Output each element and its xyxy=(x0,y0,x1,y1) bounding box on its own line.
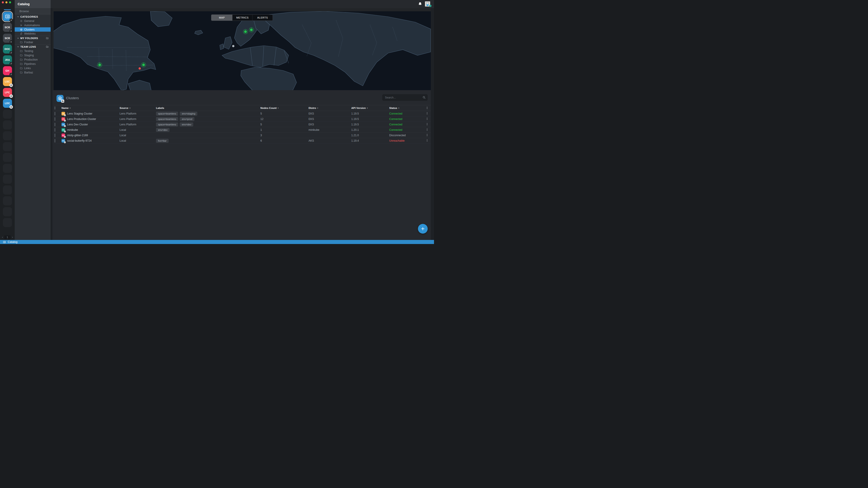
sidebar-item-barbaz[interactable]: Barbaz xyxy=(15,70,51,74)
map-marker-western-europe[interactable] xyxy=(232,45,235,47)
status-bar-label[interactable]: Catalog xyxy=(8,240,18,243)
sidebar-item-pipelines[interactable]: Pipelines xyxy=(15,62,51,66)
row-menu-icon[interactable] xyxy=(423,112,431,116)
maximize-window-button[interactable] xyxy=(9,1,11,3)
table-row[interactable]: LSC Lens Staging Cluster Lens Platform s… xyxy=(54,111,431,116)
hotbar-item[interactable]: LSC xyxy=(3,77,12,86)
kubernetes-icon xyxy=(9,105,13,109)
column-header-name[interactable]: Name▾ xyxy=(61,107,120,109)
folder-icon xyxy=(20,41,23,43)
column-header-labels[interactable]: Labels xyxy=(156,107,260,109)
gear-icon xyxy=(9,19,13,22)
cluster-source: Lens Platform xyxy=(120,118,156,121)
chevron-down-icon xyxy=(17,46,19,48)
hotbar-empty-slot xyxy=(3,121,12,129)
row-menu-icon[interactable] xyxy=(423,128,431,132)
folder-plus-icon[interactable] xyxy=(46,37,49,39)
sidebar-item-clusters[interactable]: Clusters xyxy=(15,27,51,32)
label-chip: space=teamlens xyxy=(156,117,178,121)
tab-alerts[interactable]: ALERTS xyxy=(252,15,273,21)
tab-metrics[interactable]: METRICS xyxy=(232,15,252,21)
right-edge xyxy=(431,8,434,240)
map-marker-us-west[interactable] xyxy=(98,64,101,66)
row-checkbox[interactable] xyxy=(55,112,55,116)
avatar-status-dot xyxy=(429,5,432,7)
hotbar-item[interactable]: SCR xyxy=(3,23,12,32)
hotbar-item[interactable]: JRA xyxy=(3,55,12,64)
hotbar-item-catalog[interactable] xyxy=(3,12,12,21)
column-header-distro[interactable]: Distro▾ xyxy=(309,107,351,109)
table-row[interactable]: MIS misty-glitter-2169 Local 3 1.21.0 Di… xyxy=(54,133,431,138)
row-menu-icon[interactable] xyxy=(423,117,431,121)
chevron-right-icon[interactable] xyxy=(11,236,13,238)
hotbar-item[interactable]: LPC xyxy=(3,88,12,97)
select-all-checkbox[interactable] xyxy=(55,106,55,109)
map-marker-finland[interactable] xyxy=(250,29,253,31)
sidebar-item-production[interactable]: Production xyxy=(15,57,51,62)
column-header-nodes[interactable]: Nodes Count▾ xyxy=(260,107,309,109)
hotbar-item[interactable]: DOC xyxy=(3,44,12,54)
add-cluster-button[interactable] xyxy=(418,224,428,234)
table-row[interactable]: SOC social-butterfly-9724 Local foo=bar … xyxy=(54,138,431,143)
row-checkbox[interactable] xyxy=(55,139,55,142)
hotbar-item[interactable]: GH xyxy=(3,66,12,75)
row-menu-icon[interactable] xyxy=(423,133,431,137)
sidebar-item-automations[interactable]: Automations xyxy=(15,23,51,27)
catalog-tree: CATEGORIES General Automations Clusters … xyxy=(15,14,51,74)
cluster-avatar: SOC xyxy=(61,139,65,142)
sidebar-item-general[interactable]: General xyxy=(15,19,51,23)
table-row[interactable]: MIN minikube Local env=dev 1 minikube 1.… xyxy=(54,127,431,133)
row-checkbox[interactable] xyxy=(55,117,55,121)
minimize-window-button[interactable] xyxy=(5,1,7,3)
folder-plus-icon[interactable] xyxy=(46,45,49,48)
hotbar-rail: SCR SCR DOC JRA GH LSC xyxy=(0,0,15,240)
bell-icon[interactable] xyxy=(418,2,422,7)
hotbar-item[interactable]: LDC xyxy=(3,99,12,108)
row-checkbox[interactable] xyxy=(55,128,55,132)
chevron-left-icon[interactable] xyxy=(1,236,3,238)
section-my-folders[interactable]: MY FOLDERS xyxy=(15,36,51,40)
sidebar-item-testing[interactable]: Testing xyxy=(15,49,51,53)
item-label: Staging xyxy=(24,54,34,57)
hotbar-item[interactable]: SCR xyxy=(3,34,12,43)
row-menu-icon[interactable] xyxy=(423,139,431,142)
section-team-lens[interactable]: TEAM LENS xyxy=(15,44,51,49)
folder-icon xyxy=(20,71,23,74)
gear-icon xyxy=(20,20,23,22)
sidebar-item-browse[interactable]: Browse xyxy=(15,8,51,14)
section-categories[interactable]: CATEGORIES xyxy=(15,14,51,19)
sidebar-item-staging[interactable]: Staging xyxy=(15,53,51,57)
hotbar-empty-slot xyxy=(3,142,12,151)
row-menu-icon[interactable] xyxy=(423,123,431,126)
sidebar-item-links[interactable]: Links xyxy=(15,66,51,70)
sidebar-item-foobar[interactable]: Foobar xyxy=(15,40,51,44)
column-header-api[interactable]: API Version▾ xyxy=(351,107,389,109)
status-badge: Connected xyxy=(389,123,423,126)
sidebar-resizer[interactable] xyxy=(51,8,53,240)
column-header-source[interactable]: Source▾ xyxy=(120,107,156,109)
row-checkbox[interactable] xyxy=(55,133,55,137)
window-controls xyxy=(2,1,11,3)
hotbar-empty-slot xyxy=(3,164,12,173)
table-row[interactable]: LPC Lens Production Cluster Lens Platfor… xyxy=(54,116,431,122)
section-label: TEAM LENS xyxy=(20,45,36,48)
cluster-name: Lens Staging Cluster xyxy=(67,112,92,115)
map-marker-us-east[interactable] xyxy=(142,64,145,66)
row-checkbox[interactable] xyxy=(55,123,55,126)
map-marker-us-central[interactable] xyxy=(138,67,141,70)
tab-map[interactable]: MAP xyxy=(211,15,232,21)
map-marker-sweden[interactable] xyxy=(244,30,247,33)
chevron-down-icon xyxy=(17,37,19,39)
cluster-api-version: 1.19.5 xyxy=(351,118,389,121)
item-label: Weblinks xyxy=(24,32,35,35)
sidebar-item-weblinks[interactable]: Weblinks xyxy=(15,32,51,36)
sort-arrow-icon: ▾ xyxy=(317,107,318,109)
hotbar-pagination: 1 xyxy=(0,235,15,239)
map-view-tabs: MAP METRICS ALERTS xyxy=(211,14,273,21)
cluster-distro: EKS xyxy=(309,118,351,121)
search-input[interactable] xyxy=(382,94,428,101)
column-header-status[interactable]: Status▾ xyxy=(389,107,423,109)
table-menu-icon[interactable] xyxy=(423,106,431,110)
close-window-button[interactable] xyxy=(2,1,4,3)
table-row[interactable]: LDC Lens Dev Cluster Lens Platform space… xyxy=(54,122,431,127)
